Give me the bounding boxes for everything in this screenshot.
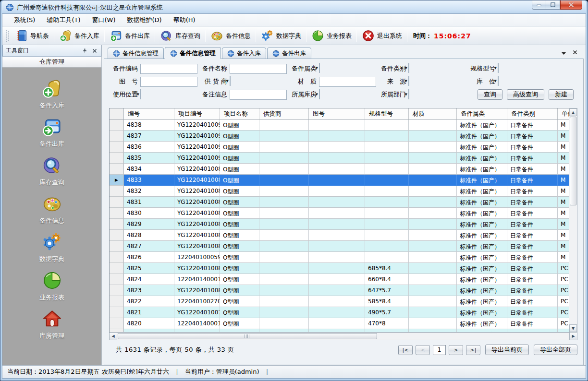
row-header-cell[interactable] — [110, 131, 124, 142]
business-report-button[interactable]: 业务报表 — [307, 28, 355, 43]
column-header-5[interactable]: 图号 — [309, 108, 365, 119]
tab-parts-inbound[interactable]: 备件入库 — [222, 48, 266, 59]
part-name-field[interactable] — [230, 64, 287, 74]
parts-inbound-button[interactable]: 备件入库 — [55, 28, 103, 43]
remark-field[interactable] — [230, 90, 287, 100]
table-row[interactable]: 4836YG12204010091O型圈标准件（国产）日常备件M — [110, 142, 569, 153]
table-row[interactable]: 4838YG12204010093O型圈标准件（国产）日常备件M — [110, 119, 569, 131]
drawing-no-field[interactable] — [140, 77, 197, 87]
table-row[interactable]: 4829YG12204010084O型圈标准件（国产）日常备件M — [110, 219, 569, 230]
row-header-cell[interactable] — [110, 219, 124, 230]
tab-close-icon[interactable] — [570, 49, 580, 57]
grid-corner-cell[interactable] — [110, 108, 124, 119]
table-row[interactable]: 4827YG12204010082O型圈标准件（国产）日常备件M — [110, 241, 569, 252]
sidebar-item-parts-outbound[interactable]: 备件出库 — [23, 114, 81, 152]
first-page-button[interactable]: |< — [398, 345, 413, 355]
scroll-left-icon[interactable]: ◀ — [110, 333, 117, 340]
toolbar-grip[interactable] — [6, 30, 9, 42]
table-row[interactable]: 4837YG12204010092O型圈标准件（国产）日常备件M — [110, 131, 569, 142]
table-row[interactable]: 4831YG12204010086O型圈标准件（国产）日常备件M — [110, 197, 569, 208]
table-row[interactable]: 4832YG12204010087O型圈标准件（国产）日常备件M — [110, 186, 569, 197]
tab-parts-info-mgmt-1[interactable]: 备件信息管理 — [108, 48, 164, 59]
sidebar-item-stock-query[interactable]: 库存查询 — [23, 152, 81, 190]
prev-page-button[interactable]: < — [416, 345, 430, 355]
column-header-2[interactable]: 项目编号 — [174, 108, 220, 119]
column-header-4[interactable]: 供货商 — [259, 108, 309, 119]
spec-model-select[interactable]: ▼ — [498, 63, 499, 73]
table-row[interactable]: O型圈标准件（国产）日常备件 — [110, 329, 569, 333]
minimize-button[interactable] — [532, 0, 546, 10]
row-header-cell[interactable] — [110, 164, 124, 175]
row-header-cell[interactable] — [110, 263, 124, 274]
scroll-up-icon[interactable]: ▲ — [569, 108, 577, 116]
sidebar-item-data-dictionary[interactable]: 数据字典 — [23, 229, 81, 267]
sidebar-item-parts-inbound[interactable]: 备件入库 — [23, 75, 81, 114]
tab-parts-outbound[interactable]: 备件出库 — [267, 48, 311, 59]
column-header-9[interactable]: 备件类别 — [507, 108, 558, 119]
row-header-cell[interactable] — [110, 119, 124, 131]
source-select[interactable]: ▼ — [408, 76, 409, 86]
data-dictionary-button[interactable]: 数据字典 — [257, 28, 305, 43]
pin-icon[interactable] — [81, 48, 88, 54]
table-row[interactable]: 4823YG12204010080O型圈647*5.7标准件（国产）日常备件PC — [110, 285, 569, 296]
row-header-cell[interactable] — [110, 230, 124, 241]
row-header-cell[interactable] — [110, 142, 124, 153]
row-header-cell[interactable] — [110, 329, 124, 333]
vertical-scroll-thumb[interactable] — [570, 117, 576, 205]
table-row[interactable]: 4821YG12204010079O型圈490*5.7标准件（国产）日常备件PC — [110, 307, 569, 318]
warehouse-select[interactable]: ▼ — [319, 89, 320, 99]
page-number-input[interactable] — [433, 345, 446, 355]
table-row[interactable]: 48241220401400012O型圈660*8.4标准件（国产）日常备件PC — [110, 274, 569, 285]
vertical-scrollbar[interactable]: ▲ ▼ — [569, 108, 577, 333]
last-page-button[interactable]: >| — [466, 345, 480, 355]
table-row[interactable]: 48201220401400013O型圈470*8标准件（国产）日常备件PC — [110, 318, 569, 329]
table-row[interactable]: 48261220401000599O型圈标准件（国产）日常备件M — [110, 252, 569, 263]
row-header-cell[interactable] — [110, 186, 124, 197]
column-header-10[interactable]: 单位 — [558, 108, 569, 119]
parts-info-button[interactable]: 备件信息 — [207, 28, 255, 43]
table-row[interactable]: 4825YG12204010081O型圈685*8.4标准件（国产）日常备件PC — [110, 263, 569, 274]
export-current-page-button[interactable]: 导出当前页 — [485, 345, 529, 355]
next-page-button[interactable]: > — [449, 345, 463, 355]
menu-system[interactable]: 系统(S) — [8, 14, 41, 26]
row-header-cell[interactable] — [110, 296, 124, 307]
tab-list-dropdown-icon[interactable] — [559, 49, 568, 57]
menu-data-maintenance[interactable]: 数据维护(D) — [122, 14, 168, 26]
column-header-3[interactable]: 项目名称 — [220, 108, 259, 119]
column-header-6[interactable]: 规格型号 — [365, 108, 409, 119]
horizontal-scrollbar[interactable]: ◀ ▶ — [109, 333, 577, 340]
row-header-cell[interactable] — [110, 274, 124, 285]
supplier-select[interactable]: ▼ — [230, 76, 231, 86]
scroll-right-icon[interactable]: ▶ — [569, 333, 577, 340]
scroll-down-icon[interactable]: ▼ — [569, 324, 577, 332]
menu-help[interactable]: 帮助(H) — [168, 14, 201, 26]
row-header-cell[interactable] — [110, 307, 124, 318]
part-category-select[interactable]: ▼ — [408, 63, 409, 73]
table-row[interactable]: 4835YG12204010090O型圈标准件（国产）日常备件M — [110, 153, 569, 164]
advanced-query-button[interactable]: 高级查询 — [507, 89, 544, 100]
column-header-1[interactable]: 编号 — [124, 108, 174, 119]
table-row[interactable]: ▶4833YG12204010088O型圈标准件（国产）日常备件M — [110, 175, 569, 186]
material-field[interactable] — [319, 77, 376, 87]
export-all-pages-button[interactable]: 导出全部页 — [534, 345, 577, 355]
table-row[interactable]: 48221220401002700O型圈585*8.4标准件（国产）日常备件PC — [110, 296, 569, 307]
row-header-cell[interactable] — [110, 285, 124, 296]
row-header-cell[interactable] — [110, 318, 124, 329]
row-header-cell[interactable] — [110, 252, 124, 263]
parts-outbound-button[interactable]: 备件出库 — [106, 28, 154, 43]
row-header-cell[interactable] — [110, 208, 124, 219]
sidebar-item-parts-info[interactable]: 备件信息 — [23, 190, 81, 229]
tab-parts-info-mgmt-2[interactable]: 备件信息管理 — [165, 47, 221, 59]
exit-system-button[interactable]: 退出系统 — [358, 28, 406, 43]
maximize-button[interactable] — [546, 0, 560, 10]
query-button[interactable]: 查询 — [478, 89, 502, 100]
close-button[interactable] — [560, 0, 582, 10]
row-header-cell[interactable] — [110, 153, 124, 164]
row-header-cell[interactable] — [110, 241, 124, 252]
horizontal-scroll-thumb[interactable] — [118, 333, 377, 339]
sidebar-item-warehouse-mgmt[interactable]: 库房管理 — [23, 306, 81, 344]
part-class-select[interactable]: ▼ — [319, 63, 320, 73]
use-position-select[interactable]: ▼ — [140, 89, 141, 99]
sidebar-group-header[interactable]: 仓库管理 — [2, 57, 101, 68]
column-header-7[interactable]: 材质 — [409, 108, 457, 119]
